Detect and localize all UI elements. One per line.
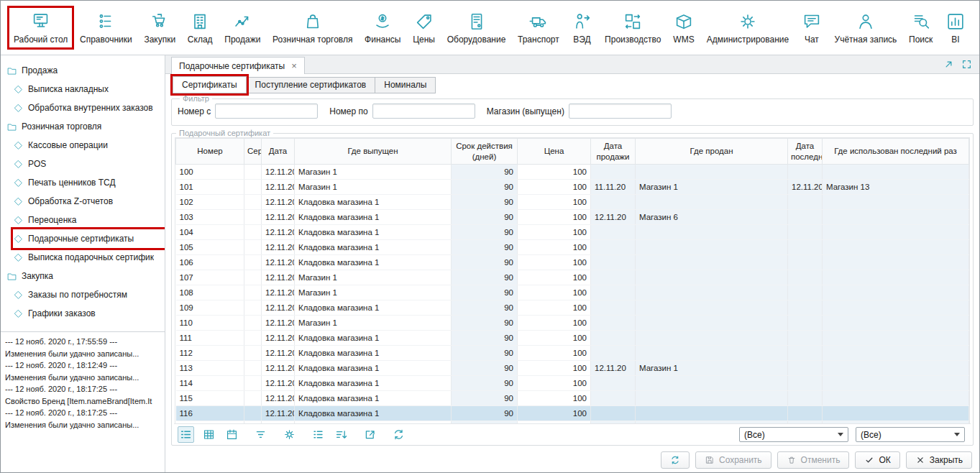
table-row[interactable]: 10412.11.20Кладовка магазина 190100 <box>176 225 969 240</box>
subtab-certificate-receipt[interactable]: Поступление сертификатов <box>246 77 376 93</box>
column-header[interactable]: Дата продажи <box>591 139 636 165</box>
toolbar-item-admin[interactable]: Администрирование <box>702 8 793 47</box>
cell: 100 <box>518 406 591 421</box>
close-button[interactable]: Закрыть <box>906 451 972 469</box>
refresh-loop-button[interactable] <box>390 426 407 443</box>
toolbar-item-desktop[interactable]: Рабочий стол <box>9 8 72 47</box>
tree-item-label: Графики заказов <box>28 308 96 318</box>
filter-select-2[interactable]: (Все) <box>856 427 965 442</box>
settings-button[interactable] <box>281 426 298 443</box>
number-to-input[interactable] <box>372 104 475 119</box>
save-button[interactable]: Сохранить <box>695 451 771 469</box>
tree-item-2[interactable]: Выписка накладных <box>13 80 165 98</box>
filter-select-1[interactable]: (Все) <box>739 427 848 442</box>
column-header[interactable]: Дата <box>262 139 295 165</box>
fullscreen-icon[interactable] <box>961 59 972 70</box>
numbered-list-button[interactable] <box>310 426 326 443</box>
tree-item-5[interactable]: Кассовые операции <box>13 136 165 155</box>
tree-item-13[interactable]: Заказы по потребностям <box>13 285 165 304</box>
table-row[interactable]: 11312.11.20Кладовка магазина 19010012.11… <box>176 361 969 376</box>
table-row[interactable]: 10812.11.20Магазин 190100 <box>176 285 969 300</box>
table-row[interactable]: 10012.11.20Магазин 190100 <box>176 165 969 180</box>
refresh-button[interactable] <box>661 451 690 469</box>
store-issued-input[interactable] <box>569 104 672 119</box>
tree-item-11[interactable]: Выписка подарочных сертифик <box>13 248 165 267</box>
cancel-button[interactable]: Отменить <box>777 451 850 469</box>
table-row[interactable]: 11412.11.20Кладовка магазина 190100 <box>176 376 969 391</box>
table-row[interactable]: 10712.11.20Магазин 190100 <box>176 270 969 285</box>
column-header[interactable]: Где продан <box>636 139 788 165</box>
toolbar-item-retail[interactable]: Розничная торговля <box>268 8 357 47</box>
table-row[interactable]: 10312.11.20Кладовка магазина 19010012.11… <box>176 210 969 225</box>
sort-button[interactable] <box>333 426 349 443</box>
table-row[interactable]: 10612.11.20Кладовка магазина 190100 <box>176 255 969 270</box>
sort-icon <box>335 428 347 441</box>
calendar-icon <box>226 428 238 441</box>
form-icon <box>13 159 24 170</box>
ok-button[interactable]: ОК <box>855 451 899 469</box>
toolbar-item-purchases[interactable]: Закупки <box>139 8 180 47</box>
toolbar-item-finance[interactable]: Финансы <box>360 8 405 47</box>
export-button[interactable] <box>362 426 378 443</box>
tree-item-4[interactable]: Розничная торговля <box>6 117 165 136</box>
tree-item-1[interactable]: Продажа <box>6 61 165 80</box>
filter-legend: Фильтр <box>180 94 212 103</box>
view-list-button[interactable] <box>178 426 194 443</box>
form-icon <box>13 252 24 263</box>
toolbar-item-wms[interactable]: WMS <box>669 8 699 47</box>
subtab-certificates[interactable]: Сертификаты <box>173 76 247 93</box>
cell: 90 <box>452 376 518 391</box>
table-row[interactable]: 11512.11.20Кладовка магазина 190100 <box>176 391 969 406</box>
toolbar-item-catalogs[interactable]: Справочники <box>75 8 137 47</box>
toolbar-item-sales[interactable]: Продажи <box>220 8 265 47</box>
toolbar-item-bi[interactable]: BI <box>940 8 971 47</box>
toolbar-item-prices[interactable]: Цены <box>408 8 439 47</box>
column-header[interactable]: Где выпущен <box>295 139 452 165</box>
toolbar-item-transport[interactable]: Транспорт <box>513 8 564 47</box>
column-header[interactable]: Номер <box>176 139 244 165</box>
column-header[interactable]: Сер <box>244 139 262 165</box>
table-row[interactable]: 10112.11.20Магазин 19010011.11.20Магазин… <box>176 180 969 195</box>
toolbar-item-chat[interactable]: Чат <box>797 8 827 47</box>
toolbar-item-production[interactable]: Производство <box>600 8 665 47</box>
column-header[interactable]: Цена <box>518 139 591 165</box>
column-header[interactable]: Срок действия (дней) <box>452 139 518 165</box>
close-icon[interactable]: × <box>291 60 297 71</box>
tree-item-3[interactable]: Обработка внутренних заказов <box>13 98 165 117</box>
toolbar-item-search[interactable]: Поиск <box>905 8 937 47</box>
tree-item-10[interactable]: Подарочные сертификаты <box>13 229 165 248</box>
toolbar-item-equipment[interactable]: Оборудование <box>443 8 510 47</box>
cell <box>244 346 262 361</box>
toolbar-item-ved[interactable]: ВЭД <box>567 8 597 47</box>
tree-item-8[interactable]: Обработка Z-отчетов <box>13 192 165 211</box>
table-row[interactable]: 11112.11.20Кладовка магазина 190100 <box>176 331 969 346</box>
filter-row: Номер с Номер по Магазин (выпущен) <box>178 104 967 119</box>
subtab-bar: СертификатыПоступление сертификатовНомин… <box>165 74 979 93</box>
cell: 12.11.20 <box>262 316 295 331</box>
table-row[interactable]: 10912.11.20Кладовка магазина 190100 <box>176 300 969 316</box>
toolbar-item-label: BI <box>951 35 959 45</box>
toolbar-item-warehouse[interactable]: Склад <box>183 8 217 47</box>
tree-item-12[interactable]: Закупка <box>6 267 165 285</box>
tree-item-6[interactable]: POS <box>13 155 165 173</box>
toolbar-item-account[interactable]: Учётная запись <box>830 8 902 47</box>
view-grid-button[interactable] <box>201 426 217 443</box>
toolbar-item-label: Справочники <box>80 35 132 45</box>
filter-button[interactable] <box>252 426 269 443</box>
table-row[interactable]: 10212.11.20Кладовка магазина 190100 <box>176 195 969 210</box>
number-from-input[interactable] <box>215 104 318 119</box>
table-row[interactable]: 10512.11.20Кладовка магазина 190100 <box>176 240 969 255</box>
tree-item-14[interactable]: Графики заказов <box>13 304 165 323</box>
table-row[interactable]: 11012.11.20Магазин 190100 <box>176 316 969 331</box>
tree-item-7[interactable]: Печать ценников ТСД <box>13 173 165 192</box>
popout-icon[interactable] <box>943 59 954 70</box>
column-header[interactable]: Дата последн <box>788 139 823 165</box>
calendar-button[interactable] <box>224 426 240 443</box>
cell: 12.11.20 <box>788 180 823 195</box>
table-row[interactable]: 11612.11.20Кладовка магазина 190100 <box>176 406 969 421</box>
table-row[interactable]: 11212.11.20Кладовка магазина 190100 <box>176 346 969 361</box>
subtab-denominations[interactable]: Номиналы <box>375 77 436 93</box>
tab-gift-certificates[interactable]: Подарочные сертификаты × <box>171 57 305 74</box>
tree-item-9[interactable]: Переоценка <box>13 211 165 229</box>
column-header[interactable]: Где использован последний раз <box>823 139 969 165</box>
